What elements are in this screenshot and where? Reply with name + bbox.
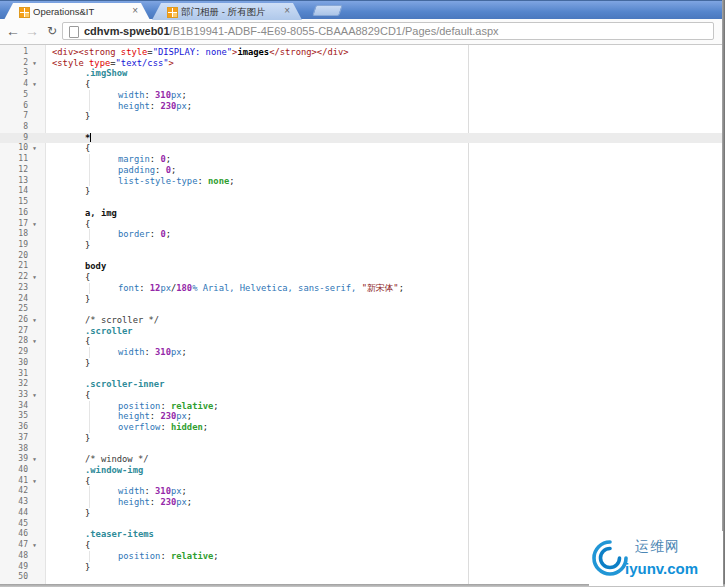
code-line[interactable]: 26▼/* scroller */ bbox=[0, 315, 725, 326]
url-text: cdhvm-spweb01/B1B19941-ADBF-4E69-8055-CB… bbox=[84, 25, 709, 37]
code-line[interactable]: 41▼{ bbox=[0, 476, 725, 487]
code-text bbox=[0, 122, 725, 133]
indent-guide bbox=[89, 401, 90, 412]
code-line[interactable]: 3.imgShow bbox=[0, 68, 725, 79]
code-text: font: 12px/180% Arial, Helvetica, sans-s… bbox=[0, 283, 725, 294]
sharepoint-site-favicon bbox=[167, 7, 178, 18]
code-line[interactable]: 37} bbox=[0, 433, 725, 444]
code-text: } bbox=[0, 294, 725, 305]
code-text bbox=[0, 444, 725, 455]
code-line[interactable]: 9* bbox=[0, 133, 725, 144]
code-text: } bbox=[0, 186, 725, 197]
code-line[interactable]: 27.scroller bbox=[0, 326, 725, 337]
tab-strip: Operations&IT × 部门相册 - 所有图片 × bbox=[0, 0, 725, 19]
code-text: } bbox=[0, 111, 725, 122]
code-text: width: 310px; bbox=[0, 486, 725, 497]
tab-operations-it[interactable]: Operations&IT × bbox=[4, 3, 150, 20]
code-text: } bbox=[0, 433, 725, 444]
indent-guide bbox=[89, 101, 90, 112]
code-line[interactable]: 2▼<style type="text/css"> bbox=[0, 58, 725, 69]
code-line[interactable]: 5width: 310px; bbox=[0, 90, 725, 101]
tab-title: 部门相册 - 所有图片 bbox=[181, 6, 278, 19]
indent-guide bbox=[89, 154, 90, 165]
code-text: list-style-type: none; bbox=[0, 176, 725, 187]
code-line[interactable]: 17▼{ bbox=[0, 219, 725, 230]
code-line[interactable]: 25 bbox=[0, 304, 725, 315]
url-host: cdhvm-spweb01 bbox=[84, 25, 170, 37]
code-line[interactable]: 8 bbox=[0, 122, 725, 133]
code-text: * bbox=[0, 133, 725, 144]
new-tab-button[interactable] bbox=[312, 5, 343, 16]
code-line[interactable]: 21body bbox=[0, 261, 725, 272]
code-line[interactable]: 38 bbox=[0, 444, 725, 455]
code-line[interactable]: 43height: 230px; bbox=[0, 497, 725, 508]
code-line[interactable]: 1<div><strong style="DISPLAY: none">imag… bbox=[0, 47, 725, 58]
text-caret bbox=[90, 133, 91, 142]
code-text: { bbox=[0, 272, 725, 283]
code-text: height: 230px; bbox=[0, 411, 725, 422]
code-line[interactable]: 4▼{ bbox=[0, 79, 725, 90]
code-line[interactable]: 24} bbox=[0, 294, 725, 305]
code-text: padding: 0; bbox=[0, 165, 725, 176]
code-line[interactable]: 11margin: 0; bbox=[0, 154, 725, 165]
code-text: { bbox=[0, 219, 725, 230]
navigation-toolbar: ← → ↻ cdhvm-spweb01/B1B19941-ADBF-4E69-8… bbox=[0, 19, 725, 45]
back-icon[interactable]: ← bbox=[4, 22, 22, 40]
code-line[interactable]: 39▼/* window */ bbox=[0, 454, 725, 465]
tab-close-icon[interactable]: × bbox=[284, 5, 290, 16]
code-editor: 1<div><strong style="DISPLAY: none">imag… bbox=[0, 45, 725, 587]
tab-close-icon[interactable]: × bbox=[132, 5, 138, 16]
code-line[interactable]: 35height: 230px; bbox=[0, 411, 725, 422]
code-line[interactable]: 34position: relative; bbox=[0, 401, 725, 412]
code-line[interactable]: 15 bbox=[0, 197, 725, 208]
code-text: overflow: hidden; bbox=[0, 422, 725, 433]
code-area[interactable]: 1<div><strong style="DISPLAY: none">imag… bbox=[0, 47, 725, 583]
code-text: body bbox=[0, 261, 725, 272]
code-line[interactable]: 33▼{ bbox=[0, 390, 725, 401]
code-line[interactable]: 45 bbox=[0, 519, 725, 530]
address-bar[interactable]: cdhvm-spweb01/B1B19941-ADBF-4E69-8055-CB… bbox=[62, 22, 714, 40]
code-line[interactable]: 13list-style-type: none; bbox=[0, 176, 725, 187]
code-line[interactable]: 18border: 0; bbox=[0, 229, 725, 240]
code-line[interactable]: 22▼{ bbox=[0, 272, 725, 283]
indent-guide bbox=[89, 165, 90, 176]
code-line[interactable]: 36overflow: hidden; bbox=[0, 422, 725, 433]
reload-icon[interactable]: ↻ bbox=[43, 22, 61, 40]
code-text: { bbox=[0, 390, 725, 401]
forward-icon[interactable]: → bbox=[23, 22, 41, 40]
code-line[interactable]: 28▼{ bbox=[0, 336, 725, 347]
indent-guide bbox=[89, 497, 90, 508]
code-line[interactable]: 30} bbox=[0, 358, 725, 369]
code-text: { bbox=[0, 476, 725, 487]
code-text: { bbox=[0, 336, 725, 347]
code-line[interactable]: 6height: 230px; bbox=[0, 101, 725, 112]
indent-guide bbox=[89, 551, 90, 562]
code-line[interactable]: 29width: 310px; bbox=[0, 347, 725, 358]
code-line[interactable]: 23font: 12px/180% Arial, Helvetica, sans… bbox=[0, 283, 725, 294]
indent-guide bbox=[89, 229, 90, 240]
code-line[interactable]: 44} bbox=[0, 508, 725, 519]
page-icon bbox=[69, 26, 79, 38]
code-line[interactable]: 14} bbox=[0, 186, 725, 197]
code-text: .window-img bbox=[0, 465, 725, 476]
code-text: a, img bbox=[0, 208, 725, 219]
browser-window: Operations&IT × 部门相册 - 所有图片 × ← → ↻ cdhv… bbox=[0, 0, 725, 587]
code-line[interactable]: 42width: 310px; bbox=[0, 486, 725, 497]
code-text: <div><strong style="DISPLAY: none">image… bbox=[0, 47, 725, 58]
code-line[interactable]: 16a, img bbox=[0, 208, 725, 219]
code-line[interactable]: 7} bbox=[0, 111, 725, 122]
indent-guide bbox=[89, 486, 90, 497]
code-line[interactable]: 12padding: 0; bbox=[0, 165, 725, 176]
code-text: .scroller-inner bbox=[0, 379, 725, 390]
code-line[interactable]: 19} bbox=[0, 240, 725, 251]
code-text: position: relative; bbox=[0, 401, 725, 412]
code-line[interactable]: 10▼{ bbox=[0, 143, 725, 154]
code-text: /* scroller */ bbox=[0, 315, 725, 326]
code-line[interactable]: 20 bbox=[0, 251, 725, 262]
code-line[interactable]: 31 bbox=[0, 369, 725, 380]
code-line[interactable]: 40.window-img bbox=[0, 465, 725, 476]
tab-department-album[interactable]: 部门相册 - 所有图片 × bbox=[152, 3, 302, 20]
code-text: width: 310px; bbox=[0, 90, 725, 101]
code-line[interactable]: 32.scroller-inner bbox=[0, 379, 725, 390]
indent-guide bbox=[89, 347, 90, 358]
